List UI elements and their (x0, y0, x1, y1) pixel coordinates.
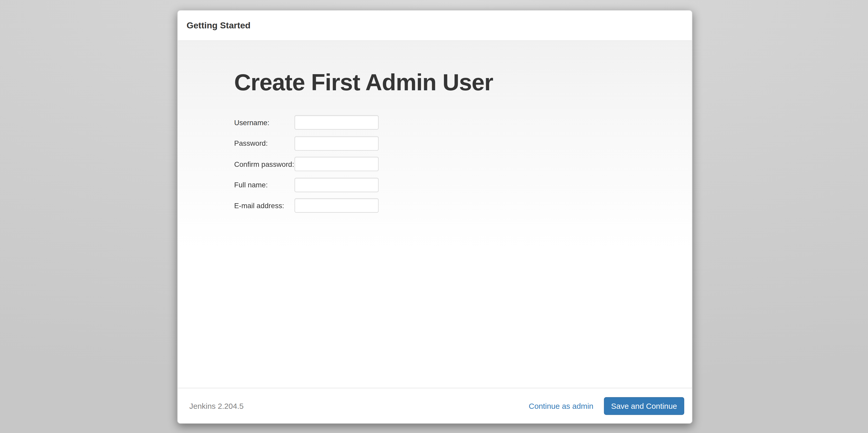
dialog-header: Getting Started (178, 10, 692, 41)
username-input[interactable] (294, 115, 379, 129)
confirm-password-label: Confirm password: (234, 160, 294, 168)
continue-as-admin-link[interactable]: Continue as admin (529, 401, 593, 410)
form-row-username: Username: (234, 115, 675, 129)
form-row-password: Password: (234, 136, 675, 150)
admin-user-form: Username: Password: Confirm password: Fu… (234, 115, 675, 213)
form-row-fullname: Full name: (234, 177, 675, 192)
fullname-input[interactable] (294, 177, 379, 192)
save-and-continue-button[interactable]: Save and Continue (604, 397, 684, 414)
form-row-confirm-password: Confirm password: (234, 157, 675, 171)
jenkins-version: Jenkins 2.204.5 (189, 401, 244, 410)
password-label: Password: (234, 139, 294, 147)
dialog-title: Getting Started (186, 21, 250, 30)
desktop-background: Getting Started Create First Admin User … (0, 0, 868, 433)
page-title: Create First Admin User (234, 69, 675, 96)
username-label: Username: (234, 118, 294, 127)
email-label: E-mail address: (234, 201, 294, 210)
email-input[interactable] (294, 198, 379, 212)
dialog-footer: Jenkins 2.204.5 Continue as admin Save a… (178, 388, 692, 423)
fullname-label: Full name: (234, 181, 294, 189)
password-input[interactable] (294, 136, 379, 150)
dialog-body: Create First Admin User Username: Passwo… (178, 41, 692, 389)
confirm-password-input[interactable] (294, 157, 379, 171)
form-row-email: E-mail address: (234, 198, 675, 212)
getting-started-dialog: Getting Started Create First Admin User … (177, 10, 692, 424)
